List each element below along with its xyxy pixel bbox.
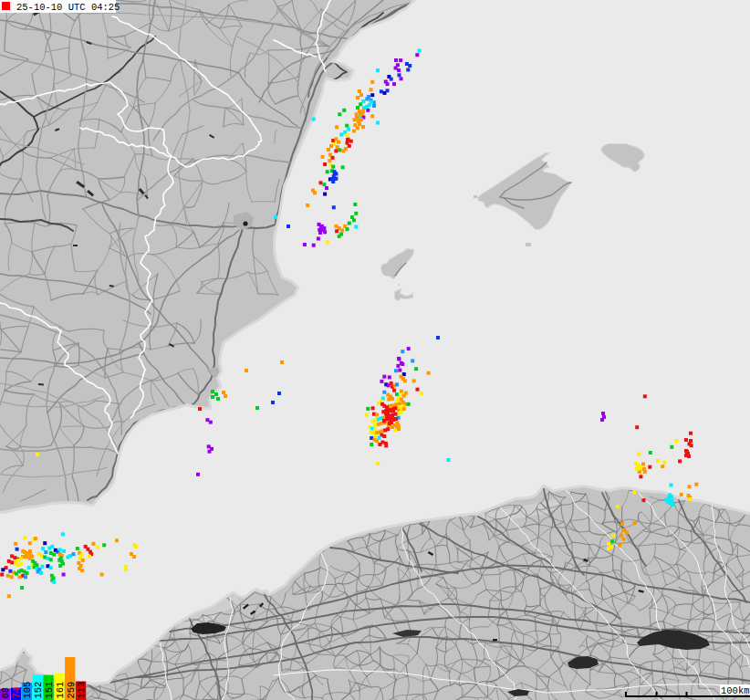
svg-text:68: 68 xyxy=(0,687,11,699)
svg-text:151: 151 xyxy=(44,682,55,699)
svg-text:161: 161 xyxy=(55,682,66,699)
svg-text:113: 113 xyxy=(76,682,87,699)
svg-text:152: 152 xyxy=(33,682,44,699)
svg-text:105: 105 xyxy=(22,682,33,699)
svg-text:74: 74 xyxy=(11,687,22,699)
svg-text:25-10-10 UTC 04:25: 25-10-10 UTC 04:25 xyxy=(16,2,120,13)
svg-text:100km: 100km xyxy=(721,685,750,696)
svg-text:259: 259 xyxy=(66,682,77,699)
